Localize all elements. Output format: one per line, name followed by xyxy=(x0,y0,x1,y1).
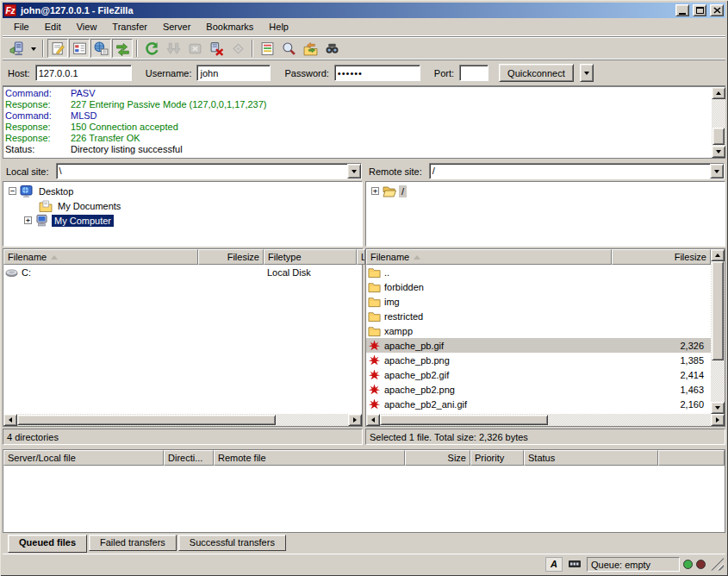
collapse-toggle[interactable]: − xyxy=(9,187,16,195)
scrollbar-thumb[interactable] xyxy=(380,415,548,425)
file-row[interactable]: apache_pb2.png 1,463 xyxy=(366,382,711,397)
menu-help[interactable]: Help xyxy=(261,20,296,34)
scroll-left-button[interactable] xyxy=(366,414,380,426)
scroll-down-button[interactable] xyxy=(712,146,725,158)
file-row[interactable]: C: Local Disk xyxy=(3,265,362,279)
toolbar-separator xyxy=(136,40,138,57)
menu-transfer[interactable]: Transfer xyxy=(104,20,155,34)
toggle-local-tree-button[interactable] xyxy=(69,39,90,58)
remote-horizontal-scrollbar[interactable] xyxy=(366,414,725,426)
column-header[interactable]: Directi... xyxy=(164,450,214,466)
remote-list-header: FilenameFilesize xyxy=(366,249,711,265)
column-header[interactable]: Size xyxy=(405,450,470,466)
column-header[interactable] xyxy=(658,450,725,466)
file-row[interactable]: apache_pb2_ani.gif 2,160 xyxy=(366,397,711,411)
file-row[interactable]: apache_pb.png 1,385 xyxy=(366,353,711,367)
maximize-button[interactable] xyxy=(693,4,706,16)
column-header[interactable]: Filename xyxy=(3,249,198,265)
toggle-transfer-queue-button[interactable] xyxy=(112,39,133,58)
username-input[interactable] xyxy=(196,65,271,81)
column-header[interactable]: Priority xyxy=(470,450,524,466)
process-queue-button[interactable] xyxy=(163,39,184,58)
filter-button[interactable] xyxy=(257,39,277,58)
file-row[interactable]: img xyxy=(366,294,711,309)
file-row[interactable]: xampp xyxy=(366,323,711,338)
log-vertical-scrollbar[interactable] xyxy=(712,87,725,158)
tab-queued-files[interactable]: Queued files xyxy=(8,535,87,553)
scroll-down-button[interactable] xyxy=(711,402,725,414)
scrollbar-thumb[interactable] xyxy=(712,128,725,145)
refresh-button[interactable] xyxy=(141,39,162,58)
find-files-button[interactable] xyxy=(321,39,342,58)
directory-comparison-button[interactable] xyxy=(278,39,299,58)
column-header[interactable]: Filesize xyxy=(198,249,264,265)
menu-bookmarks[interactable]: Bookmarks xyxy=(198,20,261,34)
local-site-value: \ xyxy=(57,164,347,178)
scrollbar-track[interactable] xyxy=(711,360,725,402)
column-header[interactable]: L xyxy=(357,249,365,265)
tree-item[interactable]: +/ xyxy=(366,184,725,198)
password-input[interactable] xyxy=(334,65,420,81)
menu-server[interactable]: Server xyxy=(155,20,198,34)
reconnect-button[interactable] xyxy=(227,39,248,58)
expand-toggle[interactable]: + xyxy=(24,216,32,224)
file-row[interactable]: apache_pb2.gif 2,414 xyxy=(366,367,711,382)
scroll-up-button[interactable] xyxy=(711,249,725,261)
scroll-right-button[interactable] xyxy=(348,414,362,426)
site-manager-button[interactable] xyxy=(6,39,27,58)
cancel-operation-button[interactable] xyxy=(184,39,205,58)
column-header[interactable]: Remote file xyxy=(214,450,405,466)
toggle-remote-tree-icon xyxy=(94,41,109,56)
scroll-right-button[interactable] xyxy=(711,414,725,426)
menu-file[interactable]: File xyxy=(6,20,37,34)
minimize-button[interactable] xyxy=(675,4,689,16)
tree-item[interactable]: My Documents xyxy=(3,198,362,213)
expand-toggle[interactable]: + xyxy=(371,187,379,195)
scrollbar-track[interactable] xyxy=(276,414,348,426)
speed-limits-icon[interactable] xyxy=(566,557,583,572)
column-header[interactable]: Filename xyxy=(366,249,612,265)
disconnect-button[interactable] xyxy=(206,39,227,58)
tree-item[interactable]: −Desktop xyxy=(3,184,362,198)
tab-failed-transfers[interactable]: Failed transfers xyxy=(89,535,177,551)
remote-site-combo[interactable]: / xyxy=(429,163,725,179)
scroll-up-button[interactable] xyxy=(712,87,725,99)
resize-grip[interactable] xyxy=(711,558,724,571)
toggle-message-log-button[interactable] xyxy=(47,39,68,58)
remote-vertical-scrollbar[interactable] xyxy=(711,249,725,414)
quickconnect-button[interactable]: Quickconnect xyxy=(499,64,574,82)
site-manager-dropdown[interactable] xyxy=(28,39,39,58)
list-status-row: 4 directories Selected 1 file. Total siz… xyxy=(3,429,725,445)
host-input[interactable] xyxy=(35,65,132,81)
quickconnect-dropdown[interactable] xyxy=(580,64,594,82)
local-site-combo[interactable]: \ xyxy=(56,163,362,179)
scrollbar-thumb[interactable] xyxy=(712,261,724,360)
menu-edit[interactable]: Edit xyxy=(37,20,69,34)
synchronized-browsing-button[interactable] xyxy=(300,39,320,58)
filezilla-logo-icon: Fz xyxy=(4,4,16,16)
tab-successful-transfers[interactable]: Successful transfers xyxy=(178,535,286,551)
file-row[interactable]: .. xyxy=(366,265,711,279)
column-header[interactable]: Filesize xyxy=(612,249,711,265)
local-site-dropdown[interactable] xyxy=(347,164,361,178)
local-horizontal-scrollbar[interactable] xyxy=(3,414,362,426)
close-button[interactable] xyxy=(710,4,724,16)
local-directory-tree: −DesktopMy Documents+My Computer xyxy=(3,181,363,247)
scroll-left-button[interactable] xyxy=(3,414,17,426)
column-header[interactable]: Server/Local file xyxy=(3,450,164,466)
toggle-remote-tree-button[interactable] xyxy=(90,39,111,58)
port-input[interactable] xyxy=(459,65,488,81)
file-row[interactable]: restricted xyxy=(366,309,711,323)
column-header[interactable]: Status xyxy=(524,450,658,466)
tree-item[interactable]: +My Computer xyxy=(3,213,362,228)
file-name: apache_pb2_ani.gif xyxy=(384,399,470,410)
remote-site-dropdown[interactable] xyxy=(710,164,724,178)
scrollbar-track[interactable] xyxy=(548,414,711,426)
column-header[interactable]: Filetype xyxy=(264,249,357,265)
menu-view[interactable]: View xyxy=(69,20,105,34)
file-row[interactable]: forbidden xyxy=(366,279,711,294)
file-row[interactable]: apache_pb.gif 2,326 xyxy=(366,338,711,353)
title-bar[interactable]: Fz john@127.0.0.1 - FileZilla xyxy=(3,3,725,18)
scrollbar-thumb[interactable] xyxy=(17,415,276,425)
data-type-icon[interactable]: A xyxy=(545,557,563,572)
